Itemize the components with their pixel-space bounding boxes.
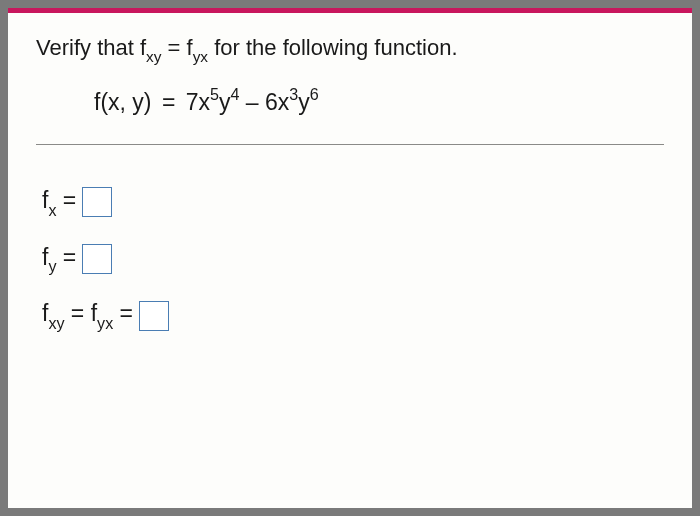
- answer-row-fy: fy =: [42, 244, 664, 275]
- prompt-mid: = f: [161, 35, 192, 60]
- question-page: Verify that fxy = fyx for the following …: [8, 8, 692, 508]
- fxy-eq1: =: [64, 300, 90, 326]
- label-fy: fy =: [42, 244, 76, 275]
- eq-t2-exp1: 3: [289, 85, 298, 103]
- eq-minus: –: [239, 89, 265, 115]
- prompt-suffix: for the following function.: [208, 35, 457, 60]
- eq-t1-exp1: 5: [210, 85, 219, 103]
- eq-sign: =: [156, 89, 182, 115]
- prompt-text: Verify that fxy = fyx for the following …: [36, 35, 664, 64]
- fx-eq: =: [56, 187, 76, 213]
- prompt-sub-xy: xy: [146, 48, 161, 65]
- fx-sub: x: [48, 201, 56, 219]
- eq-t2-coef: 6x: [265, 89, 289, 115]
- label-fx: fx =: [42, 187, 76, 218]
- eq-t2-y: y: [298, 89, 310, 115]
- eq-lhs: f(x, y): [94, 89, 152, 115]
- fy-sub: y: [48, 257, 56, 275]
- fxy-sub1: xy: [48, 314, 64, 332]
- eq-t1-y: y: [219, 89, 231, 115]
- input-fxy[interactable]: [139, 301, 169, 331]
- eq-t1-coef: 7x: [186, 89, 210, 115]
- fxy-sub2: yx: [97, 314, 113, 332]
- equation-text: f(x, y) = 7x5y4 – 6x3y6: [94, 86, 664, 116]
- input-fy[interactable]: [82, 244, 112, 274]
- answer-row-fx: fx =: [42, 187, 664, 218]
- label-fxy: fxy = fyx =: [42, 300, 133, 331]
- prompt-prefix: Verify that f: [36, 35, 146, 60]
- fxy-eq2: =: [113, 300, 133, 326]
- input-fx[interactable]: [82, 187, 112, 217]
- eq-t2-exp2: 6: [310, 85, 319, 103]
- section-divider: [36, 144, 664, 145]
- fy-eq: =: [56, 244, 76, 270]
- answer-row-fxy: fxy = fyx =: [42, 300, 664, 331]
- eq-t1-exp2: 4: [230, 85, 239, 103]
- prompt-sub-yx: yx: [193, 48, 208, 65]
